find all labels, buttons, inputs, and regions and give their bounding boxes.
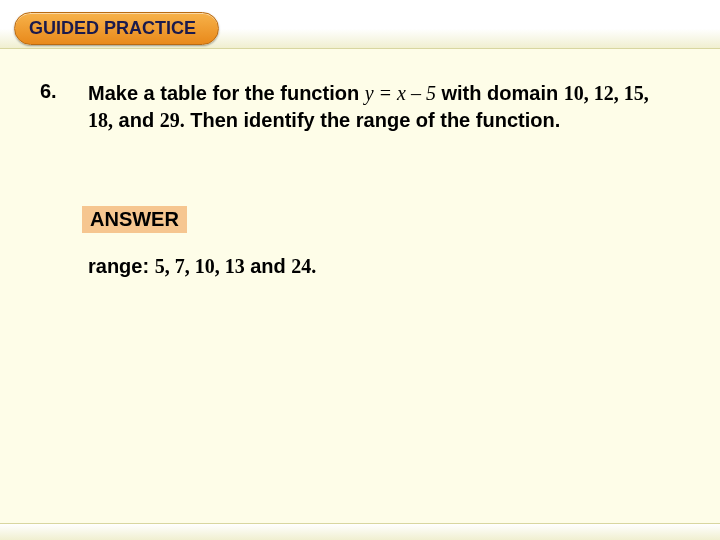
- answer-text: range: 5, 7, 10, 13 and 24.: [88, 255, 670, 278]
- question-text: Make a table for the function y = x – 5 …: [88, 80, 670, 134]
- answer-last-range: 24.: [291, 255, 316, 277]
- footer-bar: [0, 523, 720, 540]
- q-part3: Then identify the range of the function.: [185, 109, 561, 131]
- question-row: 6. Make a table for the function y = x –…: [40, 80, 670, 134]
- content-area: 6. Make a table for the function y = x –…: [40, 80, 670, 278]
- q-function: y = x – 5: [365, 82, 436, 104]
- answer-label: ANSWER: [82, 206, 187, 233]
- header-bar: GUIDED PRACTICE: [0, 0, 720, 49]
- answer-and: and: [245, 255, 292, 277]
- q-and1: and: [113, 109, 160, 131]
- guided-practice-pill: GUIDED PRACTICE: [14, 12, 219, 45]
- q-part1: Make a table for the function: [88, 82, 365, 104]
- q-part2: with domain: [436, 82, 564, 104]
- answer-range-list: 5, 7, 10, 13: [155, 255, 245, 277]
- question-number: 6.: [40, 80, 88, 103]
- q-last-domain: 29.: [160, 109, 185, 131]
- answer-lead: range:: [88, 255, 155, 277]
